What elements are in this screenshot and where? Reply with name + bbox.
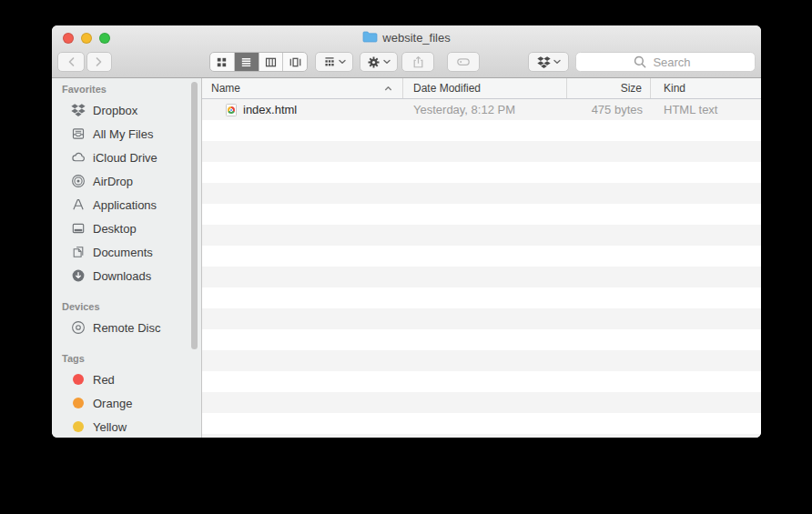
sidebar-item-dropbox[interactable]: Dropbox	[52, 98, 201, 122]
empty-row	[202, 246, 761, 267]
folder-icon	[362, 30, 378, 45]
coverflow-view-icon	[289, 55, 302, 69]
window-title-text: website_files	[382, 31, 450, 45]
dropbox-icon	[71, 103, 86, 117]
action-button[interactable]	[360, 52, 398, 72]
empty-row	[202, 413, 761, 434]
file-row-index.html[interactable]: index.htmlYesterday, 8:12 PM475 bytesHTM…	[202, 99, 761, 120]
file-list: Name Date Modified Size Kind index.htmlY…	[202, 78, 761, 438]
back-button[interactable]	[57, 52, 85, 72]
sidebar-item-label: Desktop	[93, 222, 137, 236]
sidebar-item-red[interactable]: Red	[52, 368, 201, 391]
column-view-icon	[264, 55, 278, 69]
desktop-background: website_files	[0, 0, 812, 514]
empty-row	[202, 225, 761, 246]
share-icon	[411, 55, 425, 69]
sidebar-item-label: Documents	[93, 246, 153, 259]
view-switcher	[209, 52, 308, 72]
column-header-size[interactable]: Size	[567, 78, 651, 98]
sidebar-item-label: Applications	[93, 198, 157, 212]
sidebar-item-label: Yellow	[93, 420, 127, 434]
sidebar-item-label: Remote Disc	[93, 321, 160, 335]
all-my-files-icon	[71, 126, 86, 141]
column-label: Name	[211, 82, 240, 95]
column-label: Kind	[664, 82, 685, 95]
sidebar-item-desktop[interactable]: Desktop	[52, 217, 201, 240]
sidebar-scrollbar[interactable]	[191, 82, 198, 349]
column-label: Date Modified	[413, 82, 481, 95]
chevron-left-icon	[65, 55, 77, 68]
share-button[interactable]	[401, 52, 434, 72]
sidebar-item-label: iCloud Drive	[93, 151, 157, 165]
airdrop-icon	[71, 174, 86, 188]
tag-color-dot	[73, 374, 84, 385]
sidebar-section-header: Devices	[62, 301, 201, 312]
sidebar-item-label: Downloads	[93, 269, 151, 283]
icon-view-icon	[215, 55, 228, 69]
list-header: Name Date Modified Size Kind	[202, 78, 761, 99]
file-name-cell: index.html	[202, 103, 403, 116]
documents-icon	[71, 245, 86, 259]
tag-button[interactable]	[447, 52, 480, 72]
sidebar-item-orange[interactable]: Orange	[52, 391, 201, 415]
window-chrome: website_files	[52, 25, 761, 78]
sidebar-item-yellow[interactable]: Yellow	[52, 415, 201, 438]
dropbox-toolbar-button[interactable]	[528, 52, 569, 72]
sidebar-section-devices: DevicesRemote Disc	[52, 301, 201, 339]
sidebar-item-label: All My Files	[93, 127, 153, 141]
chevron-down-icon	[339, 59, 346, 65]
empty-row	[202, 308, 761, 329]
sidebar-item-downloads[interactable]: Downloads	[52, 264, 201, 287]
search-input[interactable]	[575, 52, 756, 72]
sidebar-item-label: Orange	[93, 397, 132, 410]
empty-row	[202, 267, 761, 287]
tag-color-dot	[73, 421, 84, 432]
finder-window: website_files	[52, 25, 761, 438]
chevron-down-icon	[383, 59, 391, 65]
gear-icon	[367, 55, 381, 69]
file-kind-cell: HTML text	[651, 103, 761, 116]
sidebar-section-header: Favorites	[62, 84, 201, 95]
empty-row	[202, 350, 761, 371]
view-segment-coverflow-view[interactable]	[283, 53, 307, 71]
empty-row	[202, 287, 761, 308]
column-header-date-modified[interactable]: Date Modified	[403, 78, 567, 98]
chevron-down-icon	[553, 59, 561, 65]
column-label: Size	[621, 82, 642, 95]
empty-row	[202, 392, 761, 413]
file-name: index.html	[243, 103, 297, 116]
sidebar-item-remote-disc[interactable]: Remote Disc	[52, 316, 201, 339]
list-view-icon	[239, 55, 253, 69]
sidebar-item-label: AirDrop	[93, 175, 133, 188]
html-file-icon	[226, 104, 237, 116]
file-date-cell: Yesterday, 8:12 PM	[403, 103, 567, 116]
toolbar	[52, 52, 761, 76]
arrange-button[interactable]	[315, 52, 353, 72]
sidebar-section-header: Tags	[62, 353, 201, 364]
sidebar-item-icloud-drive[interactable]: iCloud Drive	[52, 146, 201, 169]
icloud-drive-icon	[71, 150, 86, 165]
sidebar-section-tags: TagsRedOrangeYellow	[52, 353, 201, 438]
sidebar-item-applications[interactable]: Applications	[52, 193, 201, 217]
empty-row	[202, 371, 761, 392]
file-size-cell: 475 bytes	[567, 103, 651, 116]
window-title: website_files	[52, 25, 761, 50]
sidebar-section-favorites: FavoritesDropboxAll My FilesiCloud Drive…	[52, 84, 201, 287]
sidebar-item-documents[interactable]: Documents	[52, 240, 201, 264]
forward-button[interactable]	[86, 52, 112, 72]
view-segment-list-view[interactable]	[235, 53, 259, 71]
view-segment-column-view[interactable]	[259, 53, 284, 71]
chevron-right-icon	[93, 55, 106, 68]
dropbox-icon	[537, 55, 551, 69]
empty-row	[202, 162, 761, 183]
sidebar: FavoritesDropboxAll My FilesiCloud Drive…	[52, 78, 202, 438]
column-header-name[interactable]: Name	[202, 78, 403, 98]
sidebar-item-label: Red	[93, 373, 115, 387]
sidebar-item-all-my-files[interactable]: All My Files	[52, 122, 201, 146]
applications-icon	[71, 197, 86, 212]
empty-row	[202, 141, 761, 162]
column-header-kind[interactable]: Kind	[651, 78, 761, 98]
view-segment-icon-view[interactable]	[210, 53, 235, 71]
empty-row	[202, 183, 761, 204]
sidebar-item-airdrop[interactable]: AirDrop	[52, 169, 201, 193]
